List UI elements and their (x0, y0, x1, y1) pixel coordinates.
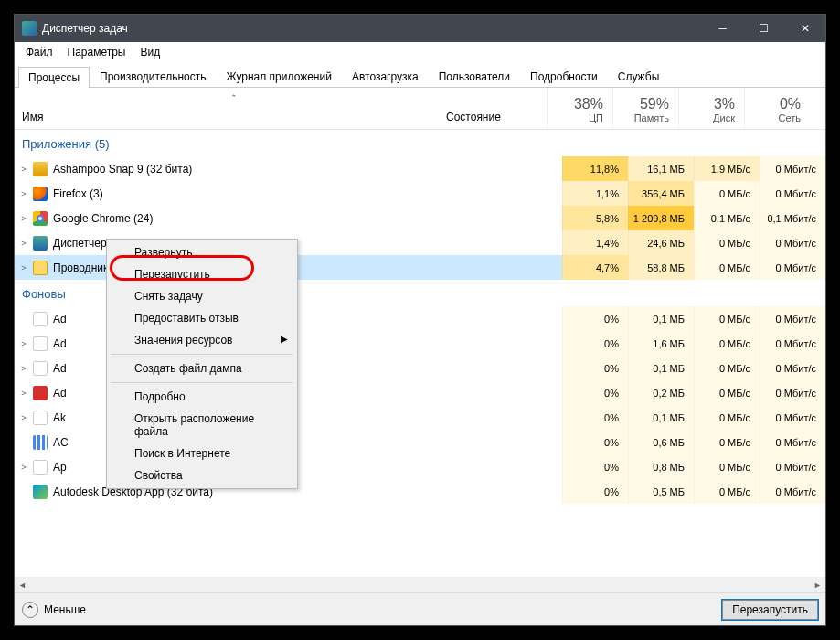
expand-icon[interactable]: > (15, 389, 33, 398)
expand-icon[interactable]: > (15, 463, 33, 472)
metric-cell: 1,1% (562, 181, 628, 206)
metric-cell: 0 Мбит/с (760, 380, 825, 405)
fewer-details-icon[interactable]: ⌃ (22, 602, 38, 618)
metric-cell: 1,9 МБ/с (694, 156, 760, 181)
tab-users[interactable]: Пользователи (429, 66, 520, 87)
restart-button[interactable]: Перезапустить (722, 600, 818, 620)
net-label: Сеть (745, 112, 801, 123)
process-icon (33, 162, 48, 176)
titlebar[interactable]: Диспетчер задач ─ ☐ ✕ (15, 15, 825, 42)
metric-cell: 356,4 МБ (628, 181, 694, 206)
process-icon (33, 485, 48, 499)
metric-cell: 16,1 МБ (628, 156, 694, 181)
process-icon (33, 211, 48, 226)
metric-cell: 0,1 МБ (628, 306, 694, 331)
metric-cell: 58,8 МБ (628, 255, 694, 280)
col-name-label: Имя (22, 111, 43, 123)
metric-cell: 0,1 Мбит/с (760, 206, 825, 230)
menu-options[interactable]: Параметры (60, 44, 133, 60)
scroll-track[interactable] (30, 577, 810, 592)
metric-cell: 4,7% (562, 255, 628, 280)
menu-item[interactable]: Предоставить отзыв (109, 307, 295, 329)
col-name[interactable]: ⌃ Имя (15, 88, 446, 129)
menu-item[interactable]: Открыть расположение файла (109, 408, 295, 443)
submenu-arrow-icon: ▶ (281, 334, 288, 344)
scroll-left-icon[interactable]: ◄ (15, 577, 30, 592)
tab-performance[interactable]: Производительность (90, 66, 216, 87)
menu-item[interactable]: Поиск в Интернете (109, 443, 295, 464)
maximize-button[interactable]: ☐ (743, 15, 784, 42)
metric-cell: 0 Мбит/с (760, 156, 825, 181)
metric-cell: 0% (562, 430, 628, 454)
close-button[interactable]: ✕ (784, 15, 825, 42)
tab-services[interactable]: Службы (608, 66, 669, 87)
metric-cell: 0% (562, 306, 628, 331)
metric-cell: 0,1 МБ (628, 356, 694, 380)
tab-details[interactable]: Подробности (520, 66, 608, 87)
metric-cell: 0 Мбит/с (760, 181, 825, 206)
task-manager-window: Диспетчер задач ─ ☐ ✕ Файл Параметры Вид… (14, 14, 826, 626)
expand-icon[interactable]: > (15, 263, 33, 272)
process-icon (33, 236, 48, 251)
process-name: Firefox (3) (53, 187, 462, 200)
process-icon (33, 435, 48, 450)
col-cpu[interactable]: 38% ЦП (547, 88, 612, 129)
tab-startup[interactable]: Автозагрузка (342, 66, 429, 87)
col-network[interactable]: 0% Сеть (744, 88, 810, 129)
metric-cell: 0% (562, 479, 628, 504)
process-row[interactable]: >Google Chrome (24)5,8%1 209,8 МБ0,1 МБ/… (15, 206, 825, 230)
metric-cell: 0 МБ/с (694, 181, 760, 206)
mem-pct: 59% (613, 96, 669, 112)
menu-item[interactable]: Создать файл дампа (109, 357, 295, 379)
metric-cell: 0% (562, 380, 628, 405)
metric-cell: 24,6 МБ (628, 230, 694, 255)
col-disk[interactable]: 3% Диск (678, 88, 744, 129)
expand-icon[interactable]: > (15, 364, 33, 373)
metric-cell: 0% (562, 356, 628, 380)
menu-separator (111, 354, 293, 355)
menu-item[interactable]: Снять задачу (109, 285, 295, 307)
footer: ⌃ Меньше Перезапустить (15, 592, 825, 625)
scroll-right-icon[interactable]: ► (810, 577, 825, 592)
menu-item[interactable]: Значения ресурсов▶ (109, 329, 295, 351)
minimize-button[interactable]: ─ (702, 15, 743, 42)
app-icon (22, 21, 37, 36)
menu-item[interactable]: Подробно (109, 386, 295, 408)
process-name: Ashampoo Snap 9 (32 бита) (53, 163, 462, 176)
menubar: Файл Параметры Вид (15, 42, 825, 62)
mem-label: Память (613, 112, 669, 123)
expand-icon[interactable]: > (15, 413, 33, 422)
menu-item[interactable]: Развернуть (109, 241, 295, 263)
expand-icon[interactable]: > (15, 239, 33, 248)
metric-cell: 1,4% (562, 230, 628, 255)
horizontal-scrollbar[interactable]: ◄ ► (15, 577, 825, 592)
process-row[interactable]: >Firefox (3)1,1%356,4 МБ0 МБ/с0 Мбит/с (15, 181, 825, 206)
process-icon (33, 261, 48, 275)
metric-cell: 0 Мбит/с (760, 405, 825, 430)
menu-item[interactable]: Свойства (109, 464, 295, 486)
disk-pct: 3% (679, 96, 735, 112)
expand-icon[interactable]: > (15, 189, 33, 198)
metric-cell: 0 Мбит/с (760, 430, 825, 454)
col-memory[interactable]: 59% Память (612, 88, 678, 129)
fewer-details-label[interactable]: Меньше (44, 603, 722, 616)
process-icon (33, 336, 48, 351)
tab-apphistory[interactable]: Журнал приложений (217, 66, 342, 87)
expand-icon[interactable]: > (15, 214, 33, 223)
menu-view[interactable]: Вид (133, 44, 167, 60)
expand-icon[interactable]: > (15, 165, 33, 174)
tab-processes[interactable]: Процессы (18, 67, 90, 88)
process-row[interactable]: >Ashampoo Snap 9 (32 бита)11,8%16,1 МБ1,… (15, 156, 825, 181)
metric-cell: 1,6 МБ (628, 331, 694, 356)
sort-indicator-icon: ⌃ (230, 93, 238, 102)
metric-cell: 0,8 МБ (628, 454, 694, 479)
menu-item[interactable]: Перезапустить (109, 263, 295, 285)
metric-cell: 0,1 МБ/с (694, 206, 760, 230)
process-icon (33, 411, 48, 425)
expand-icon[interactable]: > (15, 339, 33, 348)
metric-cell: 0% (562, 331, 628, 356)
col-state[interactable]: Состояние (446, 88, 547, 129)
metric-cell: 0 МБ/с (694, 306, 760, 331)
metric-cell: 0 МБ/с (694, 230, 760, 255)
menu-file[interactable]: Файл (18, 44, 60, 60)
